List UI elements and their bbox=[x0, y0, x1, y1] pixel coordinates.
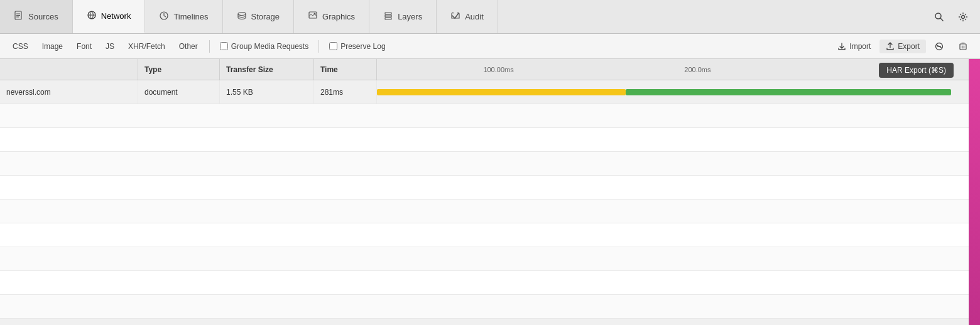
tab-storage-label: Storage bbox=[251, 12, 280, 21]
cell-time: 281ms bbox=[314, 80, 377, 104]
tab-storage[interactable]: Storage bbox=[223, 0, 295, 33]
svg-line-8 bbox=[164, 16, 166, 17]
tab-actions bbox=[922, 0, 980, 33]
table-body: neverssl.com document 1.55 KB 281ms bbox=[0, 80, 969, 325]
empty-row-1 bbox=[0, 104, 969, 128]
bar-waiting bbox=[377, 89, 626, 95]
tick-100ms: 100.00ms bbox=[483, 66, 513, 73]
storage-icon bbox=[237, 11, 247, 23]
filter-image[interactable]: Image bbox=[36, 40, 69, 53]
table-header: Type Transfer Size Time 100.00ms 200.0ms bbox=[0, 59, 969, 80]
svg-rect-14 bbox=[385, 18, 391, 19]
filter-bar: CSS Image Font JS XHR/Fetch Other Group … bbox=[0, 34, 980, 59]
svg-rect-13 bbox=[385, 15, 391, 17]
cell-timeline bbox=[377, 80, 969, 104]
tab-network-label: Network bbox=[101, 11, 131, 21]
empty-row-2 bbox=[0, 128, 969, 152]
tab-timelines[interactable]: Timelines bbox=[145, 0, 222, 33]
graphics-icon bbox=[308, 11, 318, 23]
bar-receiving bbox=[626, 89, 951, 95]
col-type[interactable]: Type bbox=[138, 59, 220, 80]
filter-separator-2 bbox=[318, 40, 319, 53]
empty-row-8 bbox=[0, 271, 969, 295]
cell-type: document bbox=[138, 80, 220, 104]
group-media-input[interactable] bbox=[220, 42, 228, 50]
preserve-log-checkbox[interactable]: Preserve Log bbox=[324, 40, 390, 53]
import-button[interactable]: Import bbox=[831, 40, 877, 53]
import-label: Import bbox=[849, 42, 871, 51]
svg-point-11 bbox=[314, 13, 316, 15]
filter-icon-button[interactable] bbox=[928, 36, 950, 57]
export-button[interactable]: Export bbox=[879, 40, 926, 53]
filter-separator-1 bbox=[209, 40, 210, 53]
tab-timelines-label: Timelines bbox=[173, 12, 208, 21]
timelines-icon bbox=[159, 11, 169, 23]
tab-layers[interactable]: Layers bbox=[369, 0, 437, 33]
preserve-log-input[interactable] bbox=[329, 42, 337, 50]
tab-graphics[interactable]: Graphics bbox=[294, 0, 369, 33]
tab-audit[interactable]: Audit bbox=[437, 0, 498, 33]
filter-js[interactable]: JS bbox=[99, 40, 121, 53]
svg-rect-12 bbox=[385, 13, 391, 14]
tab-network[interactable]: Network bbox=[73, 0, 146, 33]
preserve-log-label: Preserve Log bbox=[340, 42, 385, 51]
svg-point-17 bbox=[962, 15, 965, 18]
tab-bar: Sources Network Timelines bbox=[0, 0, 980, 34]
group-media-label: Group Media Requests bbox=[231, 42, 308, 51]
empty-row-5 bbox=[0, 200, 969, 223]
filter-xhr[interactable]: XHR/Fetch bbox=[122, 40, 172, 53]
layers-icon bbox=[383, 11, 393, 23]
svg-line-16 bbox=[940, 18, 943, 21]
svg-point-9 bbox=[238, 13, 246, 16]
table-row[interactable]: neverssl.com document 1.55 KB 281ms bbox=[0, 80, 969, 104]
empty-row-3 bbox=[0, 152, 969, 176]
export-label: Export bbox=[898, 42, 920, 51]
tab-audit-label: Audit bbox=[465, 12, 484, 21]
search-button[interactable] bbox=[928, 6, 950, 28]
settings-button[interactable] bbox=[952, 6, 974, 28]
col-size[interactable]: Transfer Size bbox=[220, 59, 314, 80]
sources-icon bbox=[14, 11, 24, 23]
empty-row-6 bbox=[0, 223, 969, 247]
cell-size: 1.55 KB bbox=[220, 80, 314, 104]
timeline-bars bbox=[377, 88, 969, 97]
group-media-checkbox[interactable]: Group Media Requests bbox=[215, 40, 313, 53]
filter-css[interactable]: CSS bbox=[6, 40, 35, 53]
svg-line-20 bbox=[936, 45, 942, 48]
col-name[interactable] bbox=[0, 59, 138, 80]
filter-other[interactable]: Other bbox=[173, 40, 204, 53]
network-icon bbox=[87, 10, 97, 22]
empty-row-9 bbox=[0, 295, 969, 319]
tab-graphics-label: Graphics bbox=[322, 12, 355, 21]
filter-font[interactable]: Font bbox=[70, 40, 98, 53]
tick-200ms: 200.0ms bbox=[684, 66, 710, 73]
clear-button[interactable] bbox=[952, 36, 974, 57]
empty-row-4 bbox=[0, 176, 969, 200]
audit-icon bbox=[450, 11, 460, 23]
tab-layers-label: Layers bbox=[398, 12, 422, 21]
col-time[interactable]: Time bbox=[314, 59, 377, 80]
tab-sources[interactable]: Sources bbox=[0, 0, 73, 33]
svg-rect-21 bbox=[960, 44, 966, 50]
tab-sources-label: Sources bbox=[28, 12, 58, 21]
right-accent bbox=[969, 59, 980, 325]
empty-row-7 bbox=[0, 247, 969, 271]
filter-actions: Import Export bbox=[831, 36, 974, 57]
cell-name: neverssl.com bbox=[0, 80, 138, 104]
